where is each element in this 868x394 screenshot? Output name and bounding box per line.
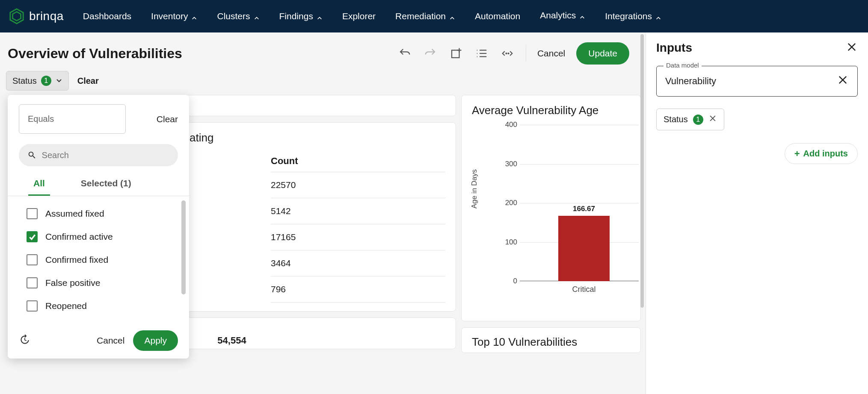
nav-remediation-label: Remediation xyxy=(395,11,446,21)
x-tick-critical: Critical xyxy=(572,285,595,294)
y-tick: 0 xyxy=(498,277,517,285)
inputs-panel-title: Inputs xyxy=(656,41,692,55)
page-title: Overview of Vulnerabilities xyxy=(8,46,182,62)
popover-search-input[interactable] xyxy=(42,150,169,160)
redo-button[interactable] xyxy=(423,46,438,61)
chevron-up-icon xyxy=(579,12,585,18)
option-assumed-fixed[interactable]: Assumed fixed xyxy=(8,202,189,225)
scrollbar[interactable] xyxy=(181,200,186,294)
clear-data-model-icon[interactable] xyxy=(837,74,849,88)
chevron-up-icon xyxy=(254,13,260,19)
chevron-up-icon xyxy=(449,13,455,19)
nav-inventory[interactable]: Inventory xyxy=(151,0,197,32)
svg-point-11 xyxy=(506,53,507,54)
count-row: 796 xyxy=(271,276,445,303)
list-button[interactable] xyxy=(474,46,489,61)
plus-icon: + xyxy=(794,149,800,159)
update-button[interactable]: Update xyxy=(576,42,629,65)
grid-line xyxy=(520,164,639,165)
svg-point-12 xyxy=(508,53,509,54)
svg-marker-1 xyxy=(13,12,21,21)
y-axis-label: Age in Days xyxy=(470,169,479,209)
popover-cancel-button[interactable]: Cancel xyxy=(97,335,124,346)
chevron-up-icon xyxy=(317,13,323,19)
grid-line xyxy=(520,125,639,125)
option-label: Assumed fixed xyxy=(45,209,104,219)
count-row: 3464 xyxy=(271,250,445,276)
option-false-positive[interactable]: False positive xyxy=(8,271,189,294)
y-tick: 200 xyxy=(498,199,517,207)
checkbox[interactable] xyxy=(27,277,38,288)
nav-explorer-label: Explorer xyxy=(342,11,376,21)
clear-filters-button[interactable]: Clear xyxy=(77,76,99,86)
nav-dashboards[interactable]: Dashboards xyxy=(83,0,131,32)
nav-integrations[interactable]: Integrations xyxy=(605,0,661,32)
option-reopened[interactable]: Reopened xyxy=(8,294,189,318)
brinqa-logo-icon xyxy=(9,8,25,24)
search-icon xyxy=(27,150,37,160)
count-row: 17165 xyxy=(271,224,445,250)
count-row: 22570 xyxy=(271,172,445,198)
nav-integrations-label: Integrations xyxy=(605,11,652,21)
tab-selected[interactable]: Selected (1) xyxy=(76,172,136,196)
nav-findings[interactable]: Findings xyxy=(279,0,323,32)
nav-clusters-label: Clusters xyxy=(217,11,250,21)
data-model-legend: Data model xyxy=(664,62,702,69)
nav-items: Dashboards Inventory Clusters Findings E… xyxy=(83,0,661,32)
main-scrollbar[interactable] xyxy=(640,34,644,308)
option-label: False positive xyxy=(45,278,100,288)
option-confirmed-active[interactable]: Confirmed active xyxy=(8,225,189,248)
nav-automation[interactable]: Automation xyxy=(475,0,520,32)
y-tick: 300 xyxy=(498,160,517,168)
header-actions: Cancel Update xyxy=(397,42,629,65)
status-filter-chip[interactable]: Status 1 xyxy=(6,71,69,91)
left-column: ating Count 22570 5142 17165 3464 796 54… xyxy=(8,95,456,394)
history-icon[interactable] xyxy=(19,334,30,347)
nav-explorer[interactable]: Explorer xyxy=(342,0,376,32)
chart-bar-critical[interactable] xyxy=(558,216,610,281)
remove-chip-icon[interactable] xyxy=(708,114,717,125)
option-label: Reopened xyxy=(45,301,87,311)
top10-card: Top 10 Vulnerabilities xyxy=(461,327,641,353)
nav-remediation[interactable]: Remediation xyxy=(395,0,455,32)
age-chart: Age in Days 400 300 200 100 0 166.67 Cri… xyxy=(472,123,639,303)
inputs-panel: Inputs Data model Vulnerability Status 1… xyxy=(646,32,868,394)
status-filter-label: Status xyxy=(12,76,37,86)
checkbox[interactable] xyxy=(27,208,38,219)
brand-logo[interactable]: brinqa xyxy=(9,8,64,24)
add-inputs-button[interactable]: + Add inputs xyxy=(785,143,858,164)
checkbox-checked[interactable] xyxy=(27,231,38,242)
add-inputs-label: Add inputs xyxy=(803,149,848,159)
y-tick: 100 xyxy=(498,238,517,247)
age-card-title: Average Vulnerability Age xyxy=(472,104,639,117)
export-button[interactable] xyxy=(449,46,463,61)
brand-name: brinqa xyxy=(29,9,64,23)
cancel-button[interactable]: Cancel xyxy=(537,48,565,59)
nav-findings-label: Findings xyxy=(279,11,313,21)
nav-analytics[interactable]: Analytics xyxy=(540,0,585,31)
chevron-up-icon xyxy=(655,13,661,19)
data-model-value: Vulnerability xyxy=(665,76,716,87)
count-row: 5142 xyxy=(271,198,445,224)
popover-apply-button[interactable]: Apply xyxy=(133,330,178,351)
grid-line xyxy=(520,203,639,203)
nav-clusters[interactable]: Clusters xyxy=(217,0,259,32)
tab-all[interactable]: All xyxy=(28,172,50,196)
code-button[interactable] xyxy=(500,46,515,61)
status-filter-count: 1 xyxy=(41,76,51,86)
nav-analytics-label: Analytics xyxy=(540,10,576,21)
data-model-field[interactable]: Data model Vulnerability xyxy=(656,66,858,97)
checkbox[interactable] xyxy=(27,300,38,312)
undo-button[interactable] xyxy=(397,46,412,61)
option-confirmed-fixed[interactable]: Confirmed fixed xyxy=(8,248,189,271)
checkbox[interactable] xyxy=(27,254,38,265)
popover-search[interactable] xyxy=(19,144,178,166)
count-header: Count xyxy=(271,150,445,172)
operator-select[interactable]: Equals xyxy=(19,104,126,134)
nav-automation-label: Automation xyxy=(475,11,520,21)
popover-clear-button[interactable]: Clear xyxy=(157,114,178,124)
close-icon[interactable] xyxy=(846,41,858,55)
age-card: Average Vulnerability Age Age in Days 40… xyxy=(461,95,641,321)
svg-rect-2 xyxy=(452,50,459,58)
panel-status-chip[interactable]: Status 1 xyxy=(656,109,724,130)
